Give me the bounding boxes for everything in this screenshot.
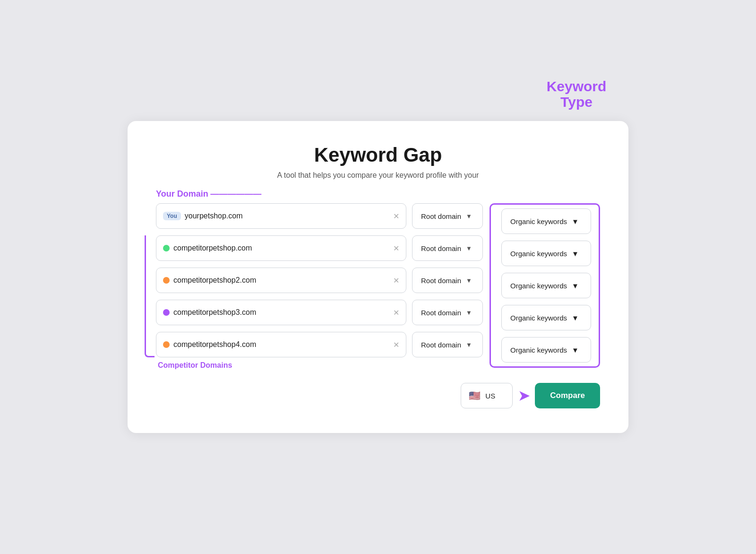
competitor-1-dot xyxy=(163,245,170,251)
bottom-row: 🇺🇸 US ➤ Compare xyxy=(156,383,600,408)
chevron-down-icon: ▼ xyxy=(572,314,579,322)
chevron-down-icon: ▼ xyxy=(466,245,472,252)
competitor-2-dot xyxy=(163,277,170,284)
competitor-1-text: competitorpetshop.com xyxy=(173,244,389,252)
competitor-row-3: competitorpetshop3.com ✕ Root domain ▼ xyxy=(156,300,483,325)
country-selector[interactable]: 🇺🇸 US xyxy=(461,383,513,408)
your-domain-type-dropdown[interactable]: Root domain ▼ xyxy=(412,203,483,229)
main-card: Keyword Gap A tool that helps you compar… xyxy=(128,121,628,433)
page-title: Keyword Gap xyxy=(156,144,600,166)
competitor-3-keyword-type-dropdown[interactable]: Organic keywords ▼ xyxy=(501,305,591,330)
competitor-1-type-dropdown[interactable]: Root domain ▼ xyxy=(412,235,483,261)
competitor-domains-label: Competitor Domains xyxy=(158,361,232,370)
your-domain-close[interactable]: ✕ xyxy=(393,212,399,221)
competitor-4-input[interactable]: competitorpetshop4.com ✕ xyxy=(156,332,406,357)
competitor-4-keyword-type-label: Organic keywords xyxy=(510,346,567,354)
competitor-2-type-dropdown[interactable]: Root domain ▼ xyxy=(412,268,483,293)
keyword-type-annotation: Keyword Type xyxy=(524,78,628,110)
your-domain-annotation: Your Domain —————— xyxy=(156,189,261,199)
your-keyword-type-label: Organic keywords xyxy=(510,217,567,225)
competitor-2-keyword-type-label: Organic keywords xyxy=(510,282,567,290)
competitor-annotation: Competitor Domains xyxy=(156,361,483,370)
competitor-row-4: competitorpetshop4.com ✕ Root domain ▼ xyxy=(156,332,483,357)
competitor-1-input[interactable]: competitorpetshop.com ✕ xyxy=(156,235,406,261)
competitor-4-close[interactable]: ✕ xyxy=(393,340,399,349)
compare-button[interactable]: Compare xyxy=(535,383,600,408)
competitor-rows: competitorpetshop.com ✕ Root domain ▼ co… xyxy=(156,235,483,370)
your-domain-row: You yourpetshop.com ✕ Root domain ▼ xyxy=(156,203,483,229)
competitor-2-text: competitorpetshop2.com xyxy=(173,276,389,285)
competitor-3-input[interactable]: competitorpetshop3.com ✕ xyxy=(156,300,406,325)
chevron-down-icon: ▼ xyxy=(572,282,579,290)
competitor-2-close[interactable]: ✕ xyxy=(393,276,399,285)
competitor-1-keyword-type-dropdown[interactable]: Organic keywords ▼ xyxy=(501,241,591,266)
chevron-down-icon: ▼ xyxy=(466,213,472,220)
country-label: US xyxy=(485,392,495,400)
competitor-3-keyword-type-label: Organic keywords xyxy=(510,314,567,322)
competitor-4-text: competitorpetshop4.com xyxy=(173,340,389,349)
competitor-4-type-dropdown[interactable]: Root domain ▼ xyxy=(412,332,483,357)
chevron-down-icon: ▼ xyxy=(466,309,472,316)
competitor-1-keyword-type-label: Organic keywords xyxy=(510,250,567,258)
competitor-3-text: competitorpetshop3.com xyxy=(173,308,389,317)
competitor-3-dot xyxy=(163,309,170,316)
competitor-row-1: competitorpetshop.com ✕ Root domain ▼ xyxy=(156,235,483,261)
competitor-4-keyword-type-dropdown[interactable]: Organic keywords ▼ xyxy=(501,337,591,363)
competitor-4-dot xyxy=(163,341,170,348)
chevron-down-icon: ▼ xyxy=(572,250,579,258)
flag-icon: 🇺🇸 xyxy=(469,390,481,401)
competitor-3-type-dropdown[interactable]: Root domain ▼ xyxy=(412,300,483,325)
competitor-3-close[interactable]: ✕ xyxy=(393,308,399,317)
chevron-down-icon: ▼ xyxy=(572,346,579,354)
chevron-down-icon: ▼ xyxy=(466,277,472,284)
your-domain-text: yourpetshop.com xyxy=(185,212,389,220)
you-badge: You xyxy=(163,212,181,220)
chevron-down-icon: ▼ xyxy=(466,341,472,348)
competitor-1-close[interactable]: ✕ xyxy=(393,244,399,253)
your-domain-input[interactable]: You yourpetshop.com ✕ xyxy=(156,203,406,229)
competitor-row-2: competitorpetshop2.com ✕ Root domain ▼ xyxy=(156,268,483,293)
page-subtitle: A tool that helps you compare your keywo… xyxy=(156,171,600,180)
your-keyword-type-dropdown[interactable]: Organic keywords ▼ xyxy=(501,208,591,234)
arrow-right-icon: ➤ xyxy=(518,388,529,404)
competitor-2-input[interactable]: competitorpetshop2.com ✕ xyxy=(156,268,406,293)
competitor-2-keyword-type-dropdown[interactable]: Organic keywords ▼ xyxy=(501,273,591,298)
chevron-down-icon: ▼ xyxy=(572,217,579,225)
